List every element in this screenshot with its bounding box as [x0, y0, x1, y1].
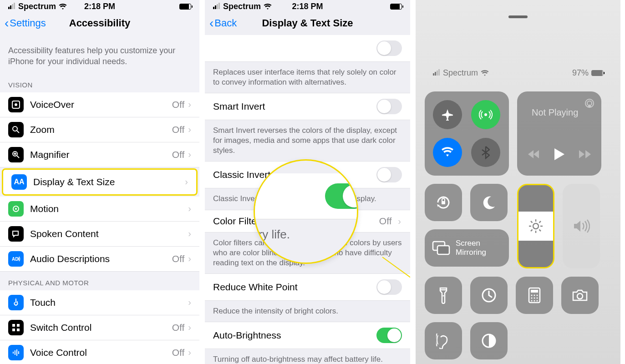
- mirror-label: ScreenMirroring: [456, 239, 486, 258]
- zoom-callout: tery life.: [254, 159, 358, 264]
- svg-line-3: [17, 131, 19, 133]
- voice-control-icon: [8, 345, 24, 360]
- row-label: Touch: [30, 297, 184, 308]
- not-playing-label: Not Playing: [532, 107, 578, 118]
- row-differentiate[interactable]: [205, 35, 410, 62]
- play-button[interactable]: [554, 148, 564, 160]
- svg-line-32: [531, 229, 533, 231]
- flashlight-button[interactable]: [425, 277, 462, 314]
- row-zoom[interactable]: Zoom Off ›: [0, 117, 199, 142]
- mirror-icon: [432, 241, 450, 255]
- cellular-button[interactable]: [471, 100, 500, 129]
- magnifier-icon: [8, 147, 24, 162]
- svg-rect-18: [18, 351, 19, 354]
- text-size-icon: AA: [11, 174, 27, 190]
- toggle-classic-invert[interactable]: [376, 167, 402, 182]
- now-playing-tile[interactable]: Not Playing: [517, 91, 601, 176]
- carrier-label: Spectrum: [223, 2, 261, 11]
- cc-status-bar: Spectrum 97%: [416, 18, 620, 78]
- chevron-right-icon: ›: [188, 253, 191, 264]
- wifi-button[interactable]: [433, 138, 462, 167]
- next-button[interactable]: [579, 150, 591, 158]
- battery-icon: [390, 4, 402, 10]
- row-auto-brightness[interactable]: Auto-Brightness: [205, 322, 410, 349]
- svg-line-33: [539, 221, 541, 223]
- desc-auto-brightness: Turning off auto-brightness may affect b…: [205, 349, 410, 364]
- calculator-button[interactable]: [516, 277, 553, 314]
- prev-button[interactable]: [528, 150, 540, 158]
- chevron-right-icon: ›: [185, 177, 188, 187]
- row-voice-control[interactable]: Voice Control Off ›: [0, 340, 199, 364]
- smart-invert-label: Smart Invert: [213, 101, 376, 112]
- toggle-auto-brightness[interactable]: [376, 328, 402, 343]
- desc-differentiate: Replaces user interface items that rely …: [205, 62, 410, 93]
- toggle-reduce-white[interactable]: [376, 279, 402, 295]
- back-button[interactable]: ‹ Settings: [5, 16, 46, 30]
- svg-point-19: [484, 113, 487, 116]
- connectivity-tile[interactable]: [425, 91, 509, 176]
- status-bar: Spectrum 2:18 PM: [0, 0, 199, 13]
- row-switch-control[interactable]: Switch Control Off ›: [0, 315, 199, 340]
- svg-line-30: [531, 221, 533, 223]
- row-motion[interactable]: Motion ›: [0, 197, 199, 222]
- timer-button[interactable]: [470, 277, 508, 314]
- volume-slider[interactable]: [563, 184, 600, 268]
- row-spoken-content[interactable]: Spoken Content ›: [0, 222, 199, 247]
- toggle-differentiate[interactable]: [376, 40, 402, 56]
- airplay-icon[interactable]: [584, 98, 595, 109]
- row-audio-descriptions[interactable]: AD Audio Descriptions Off ›: [0, 247, 199, 272]
- chevron-right-icon: ›: [188, 347, 191, 358]
- svg-point-9: [15, 208, 17, 210]
- hearing-button[interactable]: [425, 322, 462, 359]
- clock: 2:18 PM: [84, 2, 115, 11]
- nav-bar: ‹ Settings Accessibility: [0, 13, 199, 35]
- row-value: Off: [172, 253, 185, 264]
- row-label: Switch Control: [30, 322, 172, 333]
- svg-rect-12: [17, 324, 20, 327]
- wifi-icon: [264, 4, 272, 10]
- toggle-smart-invert[interactable]: [376, 99, 402, 114]
- svg-rect-16: [15, 350, 15, 355]
- speaker-icon: [573, 219, 590, 233]
- orientation-lock-button[interactable]: [425, 184, 462, 221]
- svg-line-31: [539, 229, 541, 231]
- row-display-text-size[interactable]: AA Display & Text Size ›: [2, 168, 198, 196]
- desc-reduce-white: Reduce the intensity of bright colors.: [205, 301, 410, 322]
- row-magnifier[interactable]: Magnifier Off ›: [0, 142, 199, 167]
- row-value: Off: [172, 149, 185, 160]
- carrier-label: Spectrum: [18, 2, 56, 11]
- row-smart-invert[interactable]: Smart Invert: [205, 93, 410, 120]
- svg-rect-24: [437, 246, 449, 254]
- brightness-slider[interactable]: [517, 184, 554, 268]
- battery-icon: [179, 4, 191, 10]
- svg-text:AD: AD: [12, 257, 18, 262]
- signal-icon: [213, 2, 220, 11]
- screen-mirroring-button[interactable]: ScreenMirroring: [425, 229, 509, 267]
- touch-icon: [8, 295, 24, 310]
- vision-header: VISION: [0, 74, 199, 92]
- carrier-label: Spectrum: [443, 68, 478, 78]
- intro-text: Accessibility features help you customiz…: [0, 35, 199, 74]
- bluetooth-button[interactable]: [471, 138, 500, 167]
- control-center: Spectrum 97% Not Playing: [416, 0, 620, 364]
- svg-point-25: [533, 223, 539, 229]
- row-voiceover[interactable]: VoiceOver Off ›: [0, 92, 199, 117]
- svg-point-44: [531, 300, 533, 302]
- do-not-disturb-button[interactable]: [470, 184, 508, 221]
- dark-mode-button[interactable]: [470, 322, 508, 359]
- switch-control-icon: [8, 320, 24, 335]
- svg-point-41: [531, 298, 533, 299]
- row-label: Display & Text Size: [33, 177, 181, 187]
- wifi-icon: [59, 4, 67, 10]
- chevron-right-icon: ›: [398, 216, 401, 226]
- airplane-button[interactable]: [433, 100, 462, 129]
- svg-rect-14: [17, 329, 20, 331]
- row-touch[interactable]: Touch ›: [0, 290, 199, 315]
- chevron-left-icon: ‹: [209, 16, 213, 30]
- row-reduce-white-point[interactable]: Reduce White Point: [205, 273, 410, 301]
- row-value: Off: [172, 124, 185, 135]
- svg-point-40: [537, 295, 538, 296]
- camera-button[interactable]: [561, 277, 599, 314]
- svg-point-38: [531, 295, 533, 296]
- back-button[interactable]: ‹ Back: [209, 16, 237, 30]
